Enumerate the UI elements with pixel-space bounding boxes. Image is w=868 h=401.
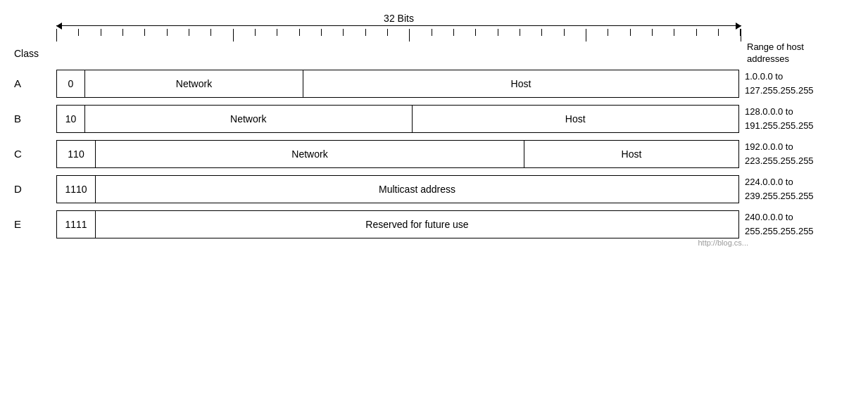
class-a-bar: 0 Network Host <box>56 70 739 98</box>
watermark: http://blog.cs... <box>698 238 748 247</box>
class-b-letter: B <box>14 113 56 125</box>
tick-8 <box>211 29 233 42</box>
class-b-row: B 10 Network Host 128.0.0.0 to 191.255.2… <box>14 105 854 133</box>
tick-4 <box>123 29 145 36</box>
class-d-range: 224.0.0.0 to 239.255.255.255 <box>745 175 854 203</box>
class-b-prefix: 10 <box>57 106 85 132</box>
tick-22 <box>520 29 542 36</box>
tick-15 <box>366 29 388 36</box>
tick-23 <box>542 29 564 36</box>
tick-25 <box>586 29 608 36</box>
tick-20 <box>476 29 498 36</box>
tick-12 <box>300 29 322 36</box>
class-c-range: 192.0.0.0 to 223.255.255.255 <box>745 140 854 167</box>
bits-label: 32 Bits <box>384 13 414 24</box>
class-a-prefix: 0 <box>57 70 85 97</box>
class-d-multicast: Multicast address <box>96 176 738 203</box>
tick-3 <box>101 29 123 36</box>
class-c-row: C 110 Network Host 192.0.0.0 to 223.255.… <box>14 140 854 168</box>
tick-16 <box>388 29 410 42</box>
class-d-row: D 1110 Multicast address 224.0.0.0 to 23… <box>14 175 854 203</box>
class-e-letter: E <box>14 218 56 230</box>
tick-5 <box>145 29 167 36</box>
tick-6 <box>168 29 189 36</box>
tick-14 <box>344 29 365 36</box>
range-header: Range of host addresses <box>741 42 854 65</box>
class-b-host: Host <box>413 106 739 132</box>
class-c-bar: 110 Network Host <box>56 140 739 168</box>
tick-13 <box>322 29 344 36</box>
tick-2 <box>79 29 101 36</box>
class-b-network: Network <box>85 106 413 132</box>
class-e-range: 240.0.0.0 to 255.255.255.255 <box>745 210 854 238</box>
tick-9 <box>234 29 256 36</box>
tick-24 <box>565 29 586 42</box>
tick-27 <box>631 29 653 36</box>
bits-arrow <box>56 25 741 26</box>
class-c-letter: C <box>14 148 56 160</box>
tick-30 <box>697 29 719 36</box>
class-d-prefix: 1110 <box>57 176 96 203</box>
tick-31 <box>719 29 741 36</box>
class-a-range: 1.0.0.0 to 127.255.255.255 <box>745 70 854 97</box>
class-e-bar: 1111 Reserved for future use <box>56 210 739 238</box>
class-d-bar: 1110 Multicast address <box>56 175 739 203</box>
class-c-prefix: 110 <box>57 141 96 167</box>
class-a-host: Host <box>303 70 738 97</box>
main-container: 32 Bits <box>0 0 868 253</box>
tick-10 <box>256 29 277 36</box>
tick-28 <box>653 29 674 36</box>
class-d-letter: D <box>14 183 56 195</box>
class-a-row: A 0 Network Host 1.0.0.0 to 127.255.255.… <box>14 70 854 98</box>
tick-19 <box>454 29 476 36</box>
class-e-row: E 1111 Reserved for future use 240.0.0.0… <box>14 210 854 238</box>
class-c-host: Host <box>524 141 738 167</box>
class-e-prefix: 1111 <box>57 211 96 238</box>
class-header-row: Class Range of host addresses <box>14 42 854 65</box>
class-c-network: Network <box>96 141 524 167</box>
class-e-reserved: Reserved for future use <box>96 211 738 238</box>
tick-29 <box>674 29 696 36</box>
arrow-right <box>399 25 742 26</box>
tick-18 <box>432 29 454 36</box>
class-a-letter: A <box>14 77 56 89</box>
class-a-network: Network <box>85 70 303 97</box>
tick-17 <box>410 29 432 36</box>
tick-26 <box>608 29 630 36</box>
class-b-range: 128.0.0.0 to 191.255.255.255 <box>745 105 854 132</box>
bits-section: 32 Bits <box>56 13 741 26</box>
class-header-label: Class <box>14 48 56 59</box>
class-b-bar: 10 Network Host <box>56 105 739 133</box>
tick-1 <box>57 29 79 36</box>
ruler-ticks <box>57 29 741 42</box>
arrow-left <box>56 25 399 26</box>
tick-21 <box>498 29 520 36</box>
tick-7 <box>189 29 211 36</box>
tick-11 <box>277 29 299 36</box>
ruler <box>56 29 741 42</box>
